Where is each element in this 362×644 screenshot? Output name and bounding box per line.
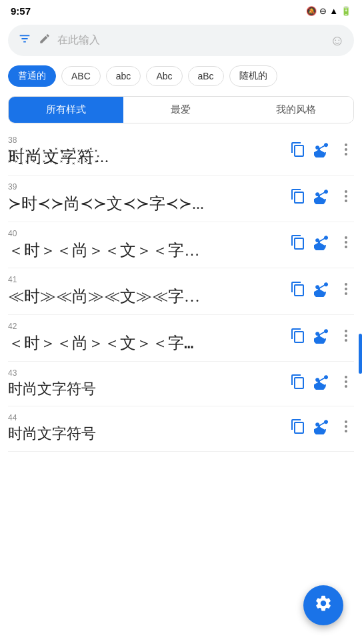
emoji-icon[interactable]: ☺: [330, 32, 345, 49]
font-item-43: 43 时尚文字符号: [8, 362, 354, 406]
share-button-43[interactable]: [314, 374, 330, 393]
settings-fab[interactable]: [303, 585, 343, 625]
font-content-38: 38 ꙰时꙰尚꙰文꙰字꙰符꙰...: [8, 135, 285, 167]
share-button-40[interactable]: [314, 234, 330, 254]
font-preview-40[interactable]: ＜时＞＜尚＞＜文＞＜字＞＜符＞＜...: [8, 241, 208, 260]
font-actions-40: [290, 234, 354, 254]
share-button-41[interactable]: [314, 281, 330, 300]
font-item-38: 38 ꙰时꙰尚꙰文꙰字꙰符꙰...: [8, 129, 354, 176]
font-index-43: 43: [8, 368, 285, 378]
share-button-42[interactable]: [314, 328, 330, 347]
tab-favorites[interactable]: 最爱: [123, 97, 238, 123]
font-list: 38 ꙰时꙰尚꙰文꙰字꙰符꙰... 39 ≻时≺≻尚≺≻文≺≻字≺≻...: [0, 129, 362, 452]
font-preview-42[interactable]: ＜时＞＜尚＞＜文＞＜字＞＜符＞＜...: [8, 334, 208, 353]
font-actions-42: [290, 328, 354, 347]
notification-mute-icon: 🔕: [306, 6, 317, 16]
more-button-40[interactable]: [338, 234, 354, 254]
chip-ABC[interactable]: ABC: [61, 66, 101, 86]
font-index-41: 41: [8, 275, 285, 284]
svg-point-6: [345, 236, 347, 239]
copy-button-41[interactable]: [290, 281, 306, 300]
svg-point-8: [345, 246, 347, 248]
font-content-44: 44 时尚文字符号: [8, 413, 285, 442]
chip-normal[interactable]: 普通的: [8, 65, 56, 87]
more-button-44[interactable]: [338, 418, 354, 438]
font-item-41: 41 ≪时≫≪尚≫≪文≫≪字≫...: [8, 268, 354, 315]
svg-point-3: [345, 190, 347, 193]
scrollbar[interactable]: [359, 334, 362, 374]
font-actions-44: [290, 418, 354, 438]
style-tabs: 所有样式 最爱 我的风格: [8, 96, 354, 123]
font-actions-39: [290, 188, 354, 208]
font-actions-38: [290, 141, 354, 161]
copy-button-42[interactable]: [290, 328, 306, 347]
font-item-40: 40 ＜时＞＜尚＞＜文＞＜字＞＜符＞＜...: [8, 222, 354, 269]
edit-icon[interactable]: [39, 33, 51, 48]
font-item-42: 42 ＜时＞＜尚＞＜文＞＜字＞＜符＞＜...: [8, 315, 354, 362]
more-button-38[interactable]: [338, 141, 354, 161]
svg-point-0: [345, 143, 347, 146]
font-index-44: 44: [8, 413, 285, 422]
chip-aBc[interactable]: aBc: [188, 66, 224, 86]
svg-point-10: [345, 288, 347, 290]
font-index-42: 42: [8, 322, 285, 331]
svg-point-15: [345, 376, 347, 378]
minus-circle-icon: ⊖: [319, 6, 327, 16]
more-button-41[interactable]: [338, 281, 354, 300]
font-content-39: 39 ≻时≺≻尚≺≻文≺≻字≺≻...: [8, 182, 285, 214]
copy-button-40[interactable]: [290, 234, 306, 254]
font-content-43: 43 时尚文字符号: [8, 368, 285, 398]
font-preview-38[interactable]: ꙰时꙰尚꙰文꙰字꙰符꙰...: [8, 147, 208, 167]
more-button-39[interactable]: [338, 188, 354, 208]
filter-chips: 普通的 ABC abc Abc aBc 随机的: [0, 61, 362, 93]
chip-Abc[interactable]: Abc: [146, 66, 182, 86]
svg-point-11: [345, 292, 347, 295]
search-bar[interactable]: 在此输入 ☺: [8, 25, 354, 56]
font-content-41: 41 ≪时≫≪尚≫≪文≫≪字≫...: [8, 275, 285, 306]
svg-point-5: [345, 200, 347, 202]
svg-point-1: [345, 148, 347, 151]
copy-button-43[interactable]: [290, 374, 306, 393]
font-item-44: 44 时尚文字符号: [8, 406, 354, 451]
font-index-39: 39: [8, 182, 285, 192]
svg-point-14: [345, 339, 347, 342]
more-button-42[interactable]: [338, 328, 354, 347]
wifi-icon: ▲: [329, 6, 338, 16]
font-item-39: 39 ≻时≺≻尚≺≻文≺≻字≺≻...: [8, 176, 354, 222]
svg-point-4: [345, 195, 347, 198]
status-bar: 9:57 🔕 ⊖ ▲ 🔋: [0, 0, 362, 19]
svg-point-19: [345, 425, 347, 428]
svg-point-7: [345, 241, 347, 244]
status-icons: 🔕 ⊖ ▲ 🔋: [306, 6, 351, 16]
svg-point-13: [345, 334, 347, 337]
font-preview-43[interactable]: 时尚文字符号: [8, 380, 208, 398]
svg-point-18: [345, 420, 347, 423]
font-actions-41: [290, 281, 354, 300]
font-preview-39[interactable]: ≻时≺≻尚≺≻文≺≻字≺≻...: [8, 194, 208, 214]
font-preview-41[interactable]: ≪时≫≪尚≫≪文≫≪字≫...: [8, 287, 208, 306]
font-content-40: 40 ＜时＞＜尚＞＜文＞＜字＞＜符＞＜...: [8, 229, 285, 260]
copy-button-44[interactable]: [290, 418, 306, 438]
svg-point-17: [345, 385, 347, 388]
status-time: 9:57: [11, 5, 31, 17]
svg-point-9: [345, 283, 347, 286]
share-button-44[interactable]: [314, 418, 330, 438]
font-index-38: 38: [8, 135, 285, 145]
tab-my-style[interactable]: 我的风格: [239, 97, 353, 123]
search-placeholder-text: 在此输入: [57, 33, 323, 47]
copy-button-38[interactable]: [290, 141, 306, 161]
svg-point-12: [345, 330, 347, 332]
more-button-43[interactable]: [338, 374, 354, 393]
copy-button-39[interactable]: [290, 188, 306, 208]
svg-point-2: [345, 153, 347, 155]
chip-random[interactable]: 随机的: [229, 65, 277, 87]
svg-point-20: [345, 430, 347, 432]
battery-icon: 🔋: [341, 6, 351, 16]
share-button-39[interactable]: [314, 188, 330, 208]
tab-all-styles[interactable]: 所有样式: [9, 97, 123, 123]
filter-icon[interactable]: [17, 31, 32, 49]
font-preview-44[interactable]: 时尚文字符号: [8, 425, 208, 442]
share-button-38[interactable]: [314, 141, 330, 161]
chip-abc[interactable]: abc: [106, 66, 141, 86]
settings-icon: [314, 594, 333, 617]
